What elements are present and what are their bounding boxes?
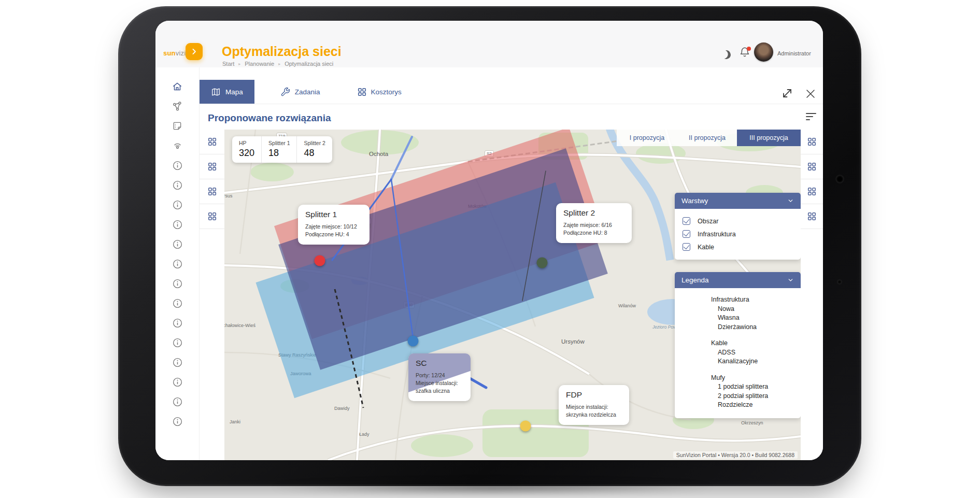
notes-icon [172,121,182,131]
grid-icon [807,212,816,221]
layer-label: Obszar [698,218,718,225]
notification-badge [747,47,751,51]
callout-line: Podłączone HU: 8 [563,229,624,237]
logo-sun: sun [163,49,176,57]
info-icon [172,278,183,290]
legend-section-header: Mufy [711,374,801,383]
stat-value: 320 [239,148,254,159]
info-icon [172,357,183,368]
sidebar-item-info-7[interactable] [155,274,199,293]
main-tabs: MapaZadaniaKosztorys [200,80,823,104]
map-tool-button[interactable] [801,130,823,154]
marker-splitter-2[interactable] [537,258,548,268]
tab-zadania[interactable]: Zadania [269,80,332,104]
proposal-tab-ii-propozycja[interactable]: II propozycja [677,130,737,146]
legend-item-dzier-awiona: Dzierżawiona [711,323,801,332]
callout-title: SC [416,359,463,368]
tab-mapa[interactable]: Mapa [200,80,254,104]
chevron-down-icon [787,197,794,204]
info-icon [172,416,183,428]
sidebar-item-info-9[interactable] [155,313,199,333]
sidebar-item-info-6[interactable] [155,254,199,274]
sidebar-expand-button[interactable] [186,43,203,60]
tablet-camera [836,175,844,183]
breadcrumb-item-planowanie[interactable]: Planowanie [245,61,274,67]
callout-title: Splitter 2 [563,208,624,218]
callout-title: FDP [566,390,622,400]
breadcrumb-item-optymalizacja-sieci[interactable]: Optymalizacja sieci [285,61,333,67]
breadcrumb: Start▸Planowanie▸Optymalizacja sieci [222,61,333,67]
stat-value: 18 [268,148,290,159]
sidebar-item-info-3[interactable] [155,195,199,215]
marker-sc[interactable] [408,336,419,347]
legend-section-header: Kable [711,339,801,348]
layers-panel-title: Warstwy [681,197,708,205]
info-icon [172,297,183,309]
legend-item-kanalizacyjne: Kanalizacyjne [711,357,801,366]
map-tool-button[interactable] [801,204,823,229]
layer-row-infrastruktura: Infrastruktura [675,227,801,240]
tab-kosztorys[interactable]: Kosztorys [346,80,413,104]
grid-icon [208,187,217,196]
moon-icon[interactable] [721,49,732,60]
sidebar-item-info-1[interactable] [155,155,199,175]
legend-body: InfrastrukturaNowaWłasnaDzierżawionaKabl… [675,288,801,418]
sidebar-item-info-10[interactable] [155,333,199,352]
sidebar-item-info-12[interactable] [155,372,199,392]
proposal-tab-iii-propozycja[interactable]: III propozycja [737,130,801,146]
sidebar-item-info-4[interactable] [155,215,199,234]
breadcrumb-item-start[interactable]: Start [222,61,234,67]
layer-row-kable: Kable [675,240,801,253]
sidebar-item-info-5[interactable] [155,234,199,254]
sidebar-item-info-8[interactable] [155,293,199,313]
filter-icon[interactable] [806,113,818,123]
legend-item-nowa: Nowa [711,305,801,314]
close-icon[interactable] [803,87,818,101]
legend-item-w-asna: Własna [711,314,801,323]
map-tool-button[interactable] [200,204,224,229]
map-tool-button[interactable] [200,154,224,179]
share-nodes-icon [172,101,183,112]
proposal-tab-i-propozycja[interactable]: I propozycja [617,130,677,146]
sidebar-item-antenna[interactable] [155,136,199,155]
layer-checkbox-obszar[interactable] [683,217,690,225]
map-tool-button[interactable] [200,130,224,154]
sidebar-item-info-14[interactable] [155,411,199,431]
sidebar-item-info-11[interactable] [155,352,199,372]
stat-label: Splitter 2 [304,140,325,146]
legend-panel-header[interactable]: Legenda [675,272,801,288]
legend-item-rozdzielcze: Rozdzielcze [711,401,801,410]
info-icon [172,396,183,408]
stat-splitter-1: Splitter 118 [261,136,296,163]
layer-label: Kable [698,244,714,251]
map-tool-button[interactable] [801,154,823,179]
map-tool-button[interactable] [801,179,823,204]
page-title: Optymalizacja sieci [222,44,342,59]
callout-line: Zajęte miejsce: 10/12 [305,223,362,231]
layers-panel-header[interactable]: Warstwy [675,193,801,209]
callout-sc: SCPorty: 12/24Miejsce instalacji:szafka … [408,353,471,401]
sidebar-item-home[interactable] [155,77,199,96]
layer-checkbox-infrastruktura[interactable] [683,230,690,238]
callout-splitter-1: Splitter 1Zajęte miejsce: 10/12Podłączon… [298,205,370,245]
stat-value: 48 [304,148,325,159]
callout-line: Porty: 12/24 [416,372,463,379]
info-icon [172,219,183,231]
map-canvas[interactable]: HP320Splitter 118Splitter 248 I propozyc… [224,130,801,460]
bell-icon[interactable] [739,47,751,59]
marker-splitter-1[interactable] [315,255,325,266]
grid-icon [807,187,816,196]
sidebar-item-share-nodes[interactable] [155,96,199,116]
sidebar-item-info-2[interactable] [155,175,199,195]
info-icon [172,238,183,250]
legend-section-infrastruktura: InfrastrukturaNowaWłasnaDzierżawiona [711,295,801,332]
callout-line: szafka uliczna [416,387,463,395]
sidebar-item-info-13[interactable] [155,392,199,411]
sidebar-item-notes[interactable] [155,116,199,136]
layer-checkbox-kable[interactable] [683,243,690,251]
map-tool-button[interactable] [200,179,224,204]
tab-label-kosztorys: Kosztorys [371,88,402,96]
expand-icon[interactable] [780,86,794,101]
avatar[interactable] [754,42,773,62]
marker-fdp[interactable] [520,421,531,432]
